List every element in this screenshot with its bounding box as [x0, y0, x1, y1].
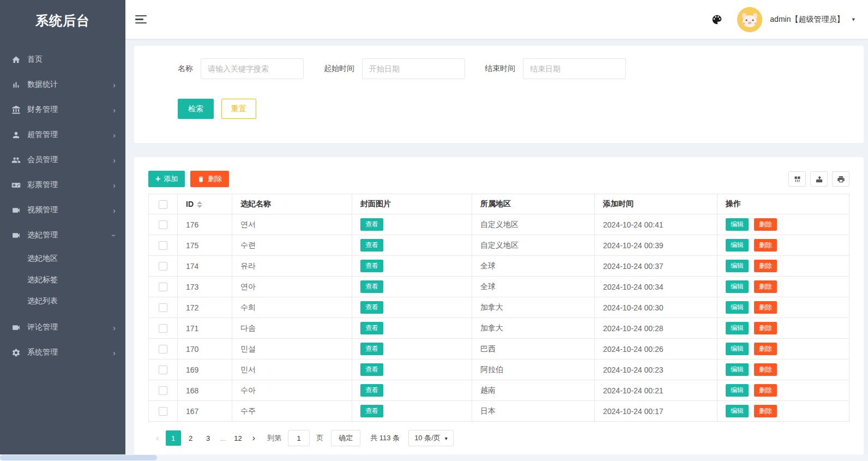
row-checkbox[interactable]: [159, 324, 167, 333]
row-checkbox[interactable]: [159, 303, 167, 312]
chevron-right-icon: ›: [113, 206, 116, 214]
edit-button[interactable]: 编辑: [726, 280, 749, 292]
delete-button[interactable]: 删除: [754, 280, 777, 292]
view-cover-button[interactable]: 查看: [360, 384, 383, 396]
col-header-time: 添加时间: [595, 194, 718, 214]
delete-button[interactable]: 删除: [754, 363, 777, 375]
cell-time: 2024-10-24 00:17: [595, 401, 718, 422]
theme-palette-icon[interactable]: [711, 14, 723, 26]
keyword-input[interactable]: [201, 58, 304, 79]
view-cover-button[interactable]: 查看: [360, 363, 383, 375]
view-cover-button[interactable]: 查看: [360, 218, 383, 230]
row-checkbox[interactable]: [159, 407, 167, 416]
row-checkbox[interactable]: [159, 241, 167, 250]
sidebar-item-superadmin[interactable]: 超管管理 ›: [0, 122, 125, 147]
delete-button[interactable]: 删除: [754, 218, 777, 230]
pagination: ‹ 1 2 3 ... 12 › 到第 页 确定 共 113 条 10 条/页 …: [152, 430, 849, 446]
next-page-icon[interactable]: ›: [248, 433, 260, 444]
edit-button[interactable]: 编辑: [726, 301, 749, 313]
print-button[interactable]: [832, 171, 849, 187]
scrollbar-thumb[interactable]: [0, 455, 157, 460]
cell-region: 全球: [472, 256, 595, 277]
sidebar-subitem-region[interactable]: 选妃地区: [0, 248, 125, 269]
row-checkbox[interactable]: [159, 366, 167, 374]
start-date-input[interactable]: [362, 58, 465, 79]
trash-icon: [197, 176, 204, 183]
sidebar-subitem-list[interactable]: 选妃列表: [0, 290, 125, 312]
sidebar-item-members[interactable]: 会员管理 ›: [0, 147, 125, 172]
page-number-3[interactable]: 3: [201, 430, 216, 446]
view-cover-button[interactable]: 查看: [360, 260, 383, 272]
edit-button[interactable]: 编辑: [726, 260, 749, 272]
delete-button[interactable]: 删除: [754, 301, 777, 313]
cell-name: 수희: [232, 297, 352, 318]
edit-button[interactable]: 编辑: [726, 343, 749, 355]
edit-button[interactable]: 编辑: [726, 239, 749, 251]
view-cover-button[interactable]: 查看: [360, 301, 383, 313]
row-checkbox[interactable]: [159, 345, 167, 354]
col-header-cover: 封面图片: [352, 194, 472, 214]
edit-button[interactable]: 编辑: [726, 322, 749, 334]
filter-columns-button[interactable]: [788, 171, 806, 187]
sidebar-item-label: 财务管理: [27, 105, 113, 115]
sidebar-item-home[interactable]: 首页: [0, 47, 125, 72]
sidebar-item-system[interactable]: 系统管理 ›: [0, 340, 125, 365]
reset-button[interactable]: 重置: [221, 99, 256, 119]
search-button[interactable]: 检索: [178, 99, 214, 119]
sidebar-item-video[interactable]: 视频管理 ›: [0, 197, 125, 223]
cell-region: 加拿大: [472, 318, 595, 339]
sidebar-item-finance[interactable]: 财务管理 ›: [0, 97, 125, 122]
cell-name: 다솜: [232, 318, 352, 339]
row-checkbox[interactable]: [159, 262, 167, 271]
view-cover-button[interactable]: 查看: [360, 405, 383, 417]
sidebar: 系统后台 首页 数据统计 › 财务管理 › 超管管理 ›: [0, 0, 125, 454]
view-cover-button[interactable]: 查看: [360, 239, 383, 251]
sidebar-item-statistics[interactable]: 数据统计 ›: [0, 72, 125, 97]
goto-page-input[interactable]: [288, 430, 310, 446]
app-title: 系统后台: [0, 0, 125, 39]
avatar[interactable]: [737, 7, 762, 32]
end-date-input[interactable]: [523, 58, 626, 79]
chevron-down-icon: ›: [110, 234, 118, 237]
sort-icon[interactable]: [197, 201, 202, 208]
sidebar-item-concubine[interactable]: 选妃管理 ›: [0, 223, 125, 248]
delete-button[interactable]: 删除: [754, 384, 777, 396]
page-number-2[interactable]: 2: [183, 430, 198, 446]
row-checkbox[interactable]: [159, 386, 167, 395]
page-number-1[interactable]: 1: [166, 430, 181, 446]
export-button[interactable]: [810, 171, 828, 187]
add-button[interactable]: + 添加: [148, 171, 185, 187]
goto-confirm-button[interactable]: 确定: [331, 430, 360, 446]
edit-button[interactable]: 编辑: [726, 363, 749, 375]
view-cover-button[interactable]: 查看: [360, 343, 383, 355]
delete-button[interactable]: 删除: [754, 260, 777, 272]
row-checkbox[interactable]: [159, 220, 167, 229]
delete-button[interactable]: 删除: [754, 343, 777, 355]
view-cover-button[interactable]: 查看: [360, 322, 383, 334]
delete-button[interactable]: 删除: [754, 405, 777, 417]
cell-id: 175: [178, 235, 232, 256]
edit-button[interactable]: 编辑: [726, 218, 749, 230]
select-all-checkbox[interactable]: [159, 200, 167, 209]
sidebar-item-comments[interactable]: 评论管理 ›: [0, 315, 125, 340]
cell-region: 加拿大: [472, 297, 595, 318]
sidebar-subitem-tag[interactable]: 选妃标签: [0, 269, 125, 290]
row-checkbox[interactable]: [159, 283, 167, 291]
user-caret-down-icon[interactable]: ▾: [852, 16, 855, 23]
edit-button[interactable]: 编辑: [726, 405, 749, 417]
batch-delete-button[interactable]: 删除: [190, 171, 229, 187]
prev-page-icon[interactable]: ‹: [152, 433, 164, 444]
delete-button[interactable]: 删除: [754, 239, 777, 251]
delete-button[interactable]: 删除: [754, 322, 777, 334]
user-menu[interactable]: admin【超级管理员】: [770, 15, 844, 25]
sidebar-item-lottery[interactable]: 彩票管理 ›: [0, 172, 125, 197]
page-size-select[interactable]: 10 条/页 ▾: [408, 430, 454, 446]
view-cover-button[interactable]: 查看: [360, 280, 383, 292]
page-number-12[interactable]: 12: [231, 430, 246, 446]
chevron-right-icon: ›: [113, 324, 116, 332]
cell-name: 수주: [232, 401, 352, 422]
menu-toggle-icon[interactable]: [135, 13, 147, 26]
chevron-right-icon: ›: [113, 349, 116, 357]
edit-button[interactable]: 编辑: [726, 384, 749, 396]
table-panel: + 添加 删除: [134, 157, 864, 457]
